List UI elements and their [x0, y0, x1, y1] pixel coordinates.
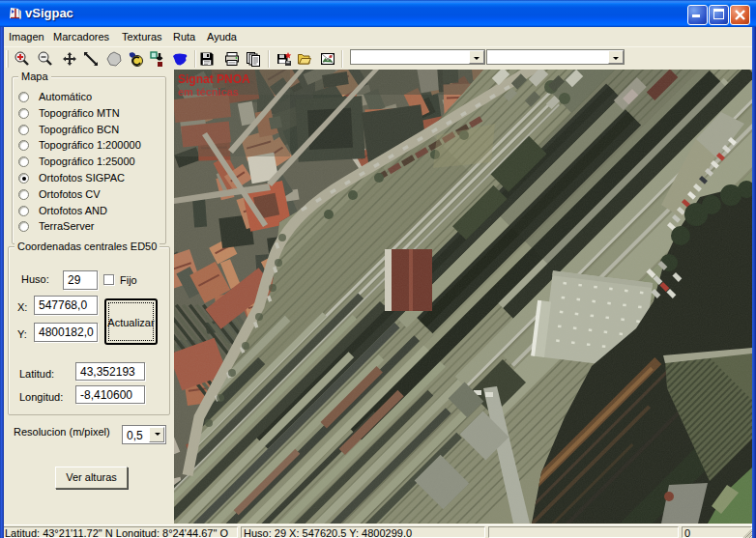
- svg-text:em técnicas: em técnicas: [178, 86, 239, 98]
- svg-text:Signat PNOA: Signat PNOA: [178, 72, 250, 86]
